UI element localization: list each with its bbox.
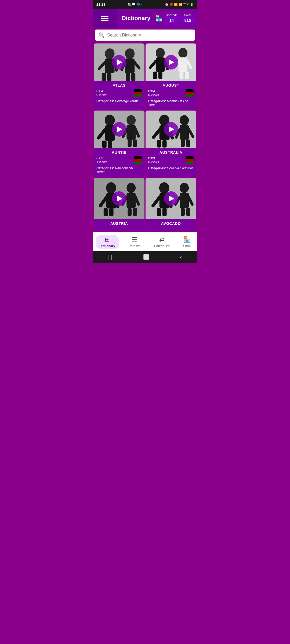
svg-point-20 — [178, 48, 187, 58]
svg-rect-58 — [109, 208, 114, 216]
status-icons: 🖼 💬 💙 • — [128, 3, 143, 6]
svg-rect-18 — [153, 72, 157, 79]
card-views-atlas: 0 views — [96, 93, 107, 97]
svg-rect-8 — [125, 58, 135, 73]
coins-group: Coins 815 — [181, 13, 195, 23]
kenya-flag-atlas — [134, 89, 142, 97]
nav-categories[interactable]: ⇄ Categories — [150, 235, 173, 249]
categories-icon: ⇄ — [159, 236, 164, 243]
card-views-auntie: 1 views — [96, 160, 107, 164]
seconds-label: Seconds — [166, 13, 177, 17]
svg-point-27 — [105, 115, 115, 126]
svg-point-1 — [105, 48, 115, 59]
card-austria[interactable]: AUSTRIA — [94, 178, 144, 231]
svg-rect-12 — [131, 73, 135, 81]
svg-rect-77 — [186, 208, 190, 216]
card-views-august: 0 views — [148, 93, 159, 97]
svg-point-14 — [156, 48, 165, 58]
header-title: Dictionary — [117, 15, 155, 22]
android-back-icon[interactable]: ‹ — [180, 254, 182, 260]
card-thumbnail-avocado — [146, 178, 196, 219]
card-thumbnail-atlas — [94, 43, 144, 81]
nav-dictionary-label: Dictionary — [99, 244, 115, 248]
gallery-icon: 🖼 — [128, 3, 131, 6]
card-title-austria: AUSTRIA — [96, 221, 142, 226]
android-recent-icon[interactable]: ||| — [108, 254, 112, 260]
svg-rect-73 — [180, 193, 189, 208]
card-categories-august: Categories: Months Of The Year — [148, 99, 194, 107]
svg-point-59 — [126, 183, 136, 193]
nav-phrases-label: Phrases — [129, 244, 140, 248]
nav-dictionary[interactable]: ⊞ Dictionary — [96, 235, 119, 249]
card-categories-atlas: Categories: Beverage Terms — [96, 99, 142, 103]
card-title-australia: AUSTRALIA — [148, 150, 194, 155]
svg-rect-11 — [126, 73, 130, 81]
svg-rect-60 — [126, 193, 136, 208]
dictionary-icon: ⊞ — [105, 236, 110, 243]
card-australia[interactable]: AUSTRALIA 0:03 0 views Categories: Ocean… — [146, 111, 196, 177]
card-categories-auntie: Categories: Relationship Terms — [96, 166, 142, 174]
svg-rect-63 — [128, 208, 132, 216]
android-home-icon[interactable]: ⬜ — [143, 254, 149, 260]
svg-rect-15 — [156, 57, 165, 72]
status-right: ⏰ 🔕 📶 📶 75% 🔋 — [165, 3, 194, 6]
svg-rect-21 — [178, 57, 187, 72]
play-button-auntie[interactable] — [112, 122, 126, 137]
bottom-nav: ⊞ Dictionary ☰ Phrases ⇄ Categories 🏪 Sh… — [93, 232, 197, 251]
svg-rect-71 — [162, 208, 167, 216]
card-thumbnail-auntie — [94, 111, 144, 148]
seconds-group: Seconds 14 — [165, 13, 179, 23]
card-duration-august: 0:04 — [148, 89, 159, 93]
play-button-august[interactable] — [164, 55, 178, 69]
card-categories-australia: Categories: Oceania Countries — [148, 166, 194, 170]
coins-label: Coins — [184, 13, 191, 17]
svg-rect-47 — [180, 125, 189, 140]
menu-button[interactable] — [93, 9, 117, 28]
card-meta-australia: 0:03 0 views — [148, 156, 194, 164]
svg-rect-50 — [181, 140, 185, 147]
card-title-august: AUGUST — [148, 83, 194, 87]
play-triangle — [117, 59, 122, 65]
svg-point-7 — [125, 48, 135, 59]
nav-shop[interactable]: 🏪 Shop — [179, 235, 194, 249]
svg-point-46 — [180, 115, 189, 125]
card-title-auntie: AUNTIE — [96, 150, 142, 155]
card-atlas[interactable]: ATLAS 0:04 0 views Categories: Beverage … — [94, 43, 144, 109]
signal-icon: 📶 — [179, 3, 182, 6]
header: Dictionary 🏪 Seconds 14 Coins 815 — [93, 9, 197, 28]
svg-rect-64 — [133, 208, 137, 216]
card-duration-atlas: 0:04 — [96, 89, 107, 93]
card-meta-august: 0:04 0 views — [148, 89, 194, 97]
android-nav: ||| ⬜ ‹ — [93, 251, 197, 263]
hamburger-icon[interactable] — [101, 16, 108, 21]
play-button-austria[interactable] — [112, 191, 126, 206]
play-button-avocado[interactable] — [164, 191, 178, 206]
card-avocado[interactable]: AVOCADO — [146, 178, 196, 231]
svg-rect-38 — [133, 140, 137, 147]
card-meta-atlas: 0:04 0 views — [96, 89, 142, 97]
play-button-australia[interactable] — [164, 122, 178, 137]
svg-rect-24 — [179, 72, 183, 79]
svg-rect-6 — [107, 73, 111, 81]
kenya-flag-august — [186, 89, 194, 97]
kenya-flag-australia — [186, 156, 194, 164]
messenger-icon: 💙 — [137, 3, 140, 6]
card-title-avocado: AVOCADO — [148, 221, 194, 226]
shop-header-icon[interactable]: 🏪 — [155, 15, 162, 22]
svg-rect-76 — [181, 208, 185, 216]
search-bar[interactable]: 🔍 — [95, 30, 195, 41]
card-info-august: AUGUST 0:04 0 views Categories: Months O… — [146, 81, 196, 109]
svg-rect-51 — [186, 140, 190, 147]
search-input[interactable] — [107, 33, 191, 38]
phrases-icon: ☰ — [132, 236, 137, 243]
nav-phrases[interactable]: ☰ Phrases — [125, 235, 144, 249]
card-auntie[interactable]: AUNTIE 0:02 1 views Categories: Relation… — [94, 111, 144, 177]
play-button-atlas[interactable] — [112, 55, 126, 69]
card-info-austria: AUSTRIA — [94, 219, 144, 230]
whatsapp-icon: 💬 — [132, 3, 136, 6]
svg-rect-31 — [102, 141, 107, 148]
card-august[interactable]: AUGUST 0:04 0 views Categories: Months O… — [146, 43, 196, 109]
svg-rect-57 — [104, 208, 108, 216]
battery-icon: 🔋 — [190, 3, 194, 6]
search-icon: 🔍 — [99, 32, 104, 38]
